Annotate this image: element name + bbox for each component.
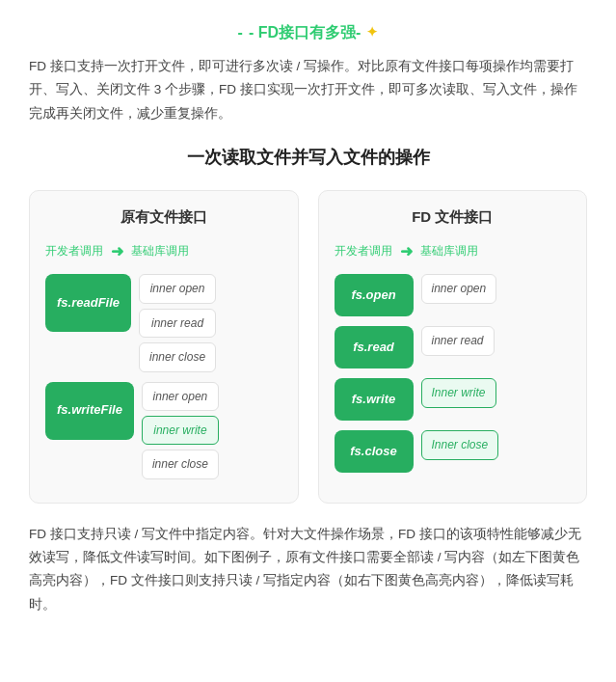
- diagram-title: 一次读取文件并写入文件的操作: [29, 143, 587, 173]
- left-interface-title: 原有文件接口: [45, 205, 282, 230]
- writefile-tags: inner open inner write inner close: [142, 382, 219, 479]
- inner-tag: inner write: [142, 416, 219, 445]
- right-base-label: 基础库调用: [420, 242, 478, 261]
- func-group-readfile: fs.readFile inner open inner read inner …: [45, 274, 282, 371]
- inner-tag: Inner close: [421, 430, 499, 459]
- right-arrow: ➜: [400, 238, 413, 264]
- func-group-read: fs.read inner read: [335, 326, 572, 368]
- write-tags: Inner write: [421, 378, 496, 407]
- right-caller-row: 开发者调用 ➜ 基础库调用: [335, 238, 572, 264]
- writefile-btn: fs.writeFile: [45, 382, 134, 440]
- diagram-container: 原有文件接口 开发者调用 ➜ 基础库调用 fs.readFile inner o…: [29, 190, 587, 504]
- inner-tag: inner read: [421, 326, 495, 355]
- section-title: - - FD接口有多强- ✦: [29, 19, 587, 45]
- dash-left: -: [238, 19, 243, 45]
- inner-tag: inner open: [139, 274, 216, 303]
- inner-tag: inner close: [142, 450, 219, 478]
- open-btn: fs.open: [335, 274, 414, 316]
- intro-text: FD 接口支持一次打开文件，即可进行多次读 / 写操作。对比原有文件接口每项操作…: [29, 55, 587, 125]
- inner-tag: inner open: [421, 274, 497, 303]
- close-tags: Inner close: [421, 430, 499, 459]
- read-tags: inner read: [421, 326, 495, 355]
- read-btn: fs.read: [335, 326, 414, 368]
- left-arrow: ➜: [111, 238, 123, 264]
- func-group-write: fs.write Inner write: [335, 378, 572, 421]
- footer-text: FD 接口支持只读 / 写文件中指定内容。针对大文件操作场景，FD 接口的该项特…: [29, 523, 587, 616]
- left-interface-box: 原有文件接口 开发者调用 ➜ 基础库调用 fs.readFile inner o…: [29, 190, 299, 504]
- readfile-tags: inner open inner read inner close: [139, 274, 216, 371]
- func-group-writefile: fs.writeFile inner open inner write inne…: [45, 382, 282, 479]
- readfile-btn: fs.readFile: [45, 274, 131, 332]
- inner-tag: inner close: [139, 342, 216, 371]
- right-caller-label: 开发者调用: [335, 242, 392, 261]
- open-tags: inner open: [421, 274, 497, 303]
- inner-tag: inner read: [139, 309, 216, 338]
- func-group-open: fs.open inner open: [335, 274, 572, 316]
- title-text: - FD接口有多强-: [249, 19, 361, 45]
- right-interface-title: FD 文件接口: [335, 205, 572, 230]
- inner-tag: inner open: [142, 382, 219, 411]
- inner-tag: Inner write: [421, 378, 496, 407]
- close-btn: fs.close: [335, 430, 414, 473]
- star-icon: ✦: [366, 21, 378, 44]
- left-base-label: 基础库调用: [131, 242, 189, 261]
- func-group-close: fs.close Inner close: [335, 430, 572, 473]
- left-caller-row: 开发者调用 ➜ 基础库调用: [45, 238, 282, 264]
- right-interface-box: FD 文件接口 开发者调用 ➜ 基础库调用 fs.open inner open…: [318, 190, 588, 504]
- left-caller-label: 开发者调用: [45, 242, 103, 261]
- write-btn: fs.write: [335, 378, 414, 421]
